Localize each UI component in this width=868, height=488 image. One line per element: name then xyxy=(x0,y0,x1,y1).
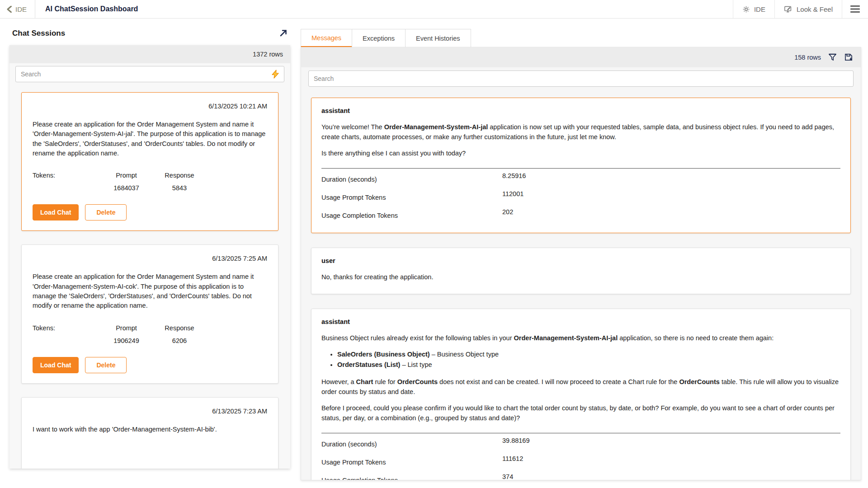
response-tokens-value: 6206 xyxy=(152,337,207,344)
sessions-row-count: 1372 rows xyxy=(9,45,290,63)
load-chat-button[interactable]: Load Chat xyxy=(33,204,79,221)
look-and-feel-icon xyxy=(784,5,793,13)
expand-arrow-icon xyxy=(279,28,288,38)
stats-row: Usage Prompt Tokens 111612 xyxy=(321,451,840,469)
duration-label: Duration (seconds) xyxy=(321,437,502,448)
session-card[interactable]: 6/13/2025 10:21 AM Please create an appl… xyxy=(21,92,278,231)
message-paragraph: Before I proceed, could you please confi… xyxy=(321,403,840,423)
session-text: I want to work with the app 'Order-Manag… xyxy=(33,425,267,434)
message-stats: Duration (seconds) 39.88169 Usage Prompt… xyxy=(321,433,840,480)
usage-prompt-tokens-value: 112001 xyxy=(502,190,840,201)
message-list: assistant You’re welcome! The Order-Mana… xyxy=(301,89,861,480)
sessions-search-input[interactable] xyxy=(15,66,284,82)
menu-button[interactable] xyxy=(842,0,868,18)
duration-label: Duration (seconds) xyxy=(321,172,502,183)
detail-tabs: Messages Exceptions Event Histories xyxy=(301,29,471,47)
prompt-tokens-header: Prompt xyxy=(100,324,152,332)
chat-sessions-panel: 1372 rows 6/13/2025 10:21 AM Please crea… xyxy=(9,45,290,469)
stats-row: Usage Completion Tokens 374 xyxy=(321,469,840,480)
message-stats: Duration (seconds) 8.25916 Usage Prompt … xyxy=(321,168,840,223)
message-card[interactable]: assistant Business Object rules already … xyxy=(311,309,851,480)
tab-exceptions[interactable]: Exceptions xyxy=(352,29,406,47)
message-paragraph: However, a Chart rule for OrderCounts do… xyxy=(321,377,840,397)
usage-completion-tokens-value: 202 xyxy=(502,208,840,219)
messages-search-row xyxy=(301,67,861,89)
save-button[interactable] xyxy=(844,53,854,62)
message-role: user xyxy=(321,257,840,264)
message-bullet: OrderStatuses (List) – List type xyxy=(337,360,840,370)
load-chat-button[interactable]: Load Chat xyxy=(33,357,79,373)
stats-row: Duration (seconds) 39.88169 xyxy=(321,433,840,451)
look-and-feel-button[interactable]: Look & Feel xyxy=(774,0,842,18)
message-paragraph: Business Object rules already exist for … xyxy=(321,333,840,343)
messages-row-count: 158 rows xyxy=(794,54,821,61)
response-tokens-header: Response xyxy=(152,324,207,332)
top-bar: IDE AI ChatSession Dashboard IDE Look & … xyxy=(0,0,868,19)
back-label: IDE xyxy=(15,5,27,13)
session-card[interactable]: 6/13/2025 7:23 AM I want to work with th… xyxy=(21,397,278,469)
response-tokens-value: 5843 xyxy=(152,184,207,192)
message-paragraph: Is there anything else I can assist you … xyxy=(321,148,840,158)
session-text: Please create an application for the Ord… xyxy=(33,272,267,310)
ide-button[interactable]: IDE xyxy=(733,0,774,18)
session-actions: Load Chat Delete xyxy=(33,204,267,221)
delete-button[interactable]: Delete xyxy=(85,357,127,373)
message-role: assistant xyxy=(321,107,840,114)
look-and-feel-label: Look & Feel xyxy=(797,5,833,13)
session-timestamp: 6/13/2025 10:21 AM xyxy=(33,103,267,110)
duration-value: 39.88169 xyxy=(502,437,840,448)
message-bullet-list: SaleOrders (Business Object) – Business … xyxy=(321,349,840,370)
session-text: Please create an application for the Ord… xyxy=(33,120,267,158)
usage-prompt-tokens-value: 111612 xyxy=(502,455,840,466)
tab-event-histories[interactable]: Event Histories xyxy=(405,29,471,47)
top-bar-right: IDE Look & Feel xyxy=(733,0,868,18)
lightning-icon xyxy=(271,70,280,79)
message-card[interactable]: user No, thanks for creating the applica… xyxy=(311,248,851,294)
save-icon xyxy=(844,53,853,61)
gear-icon xyxy=(742,5,750,13)
session-timestamp: 6/13/2025 7:23 AM xyxy=(33,408,267,415)
back-chevron-icon xyxy=(6,6,12,13)
message-role: assistant xyxy=(321,318,840,325)
usage-prompt-tokens-label: Usage Prompt Tokens xyxy=(321,455,502,466)
usage-completion-tokens-label: Usage Completion Tokens xyxy=(321,473,502,480)
stats-row: Usage Completion Tokens 202 xyxy=(321,205,840,223)
top-bar-left: IDE AI ChatSession Dashboard xyxy=(0,0,138,18)
sessions-search-row xyxy=(9,63,290,85)
messages-toolbar: 158 rows xyxy=(301,47,861,67)
delete-button[interactable]: Delete xyxy=(85,204,127,221)
tokens-summary: Tokens: Prompt Response 1684037 5843 xyxy=(33,172,267,192)
session-card[interactable]: 6/13/2025 7:25 AM Please create an appli… xyxy=(21,244,278,383)
usage-completion-tokens-label: Usage Completion Tokens xyxy=(321,208,502,219)
ide-label: IDE xyxy=(754,5,765,13)
usage-completion-tokens-value: 374 xyxy=(502,473,840,480)
ai-search-button[interactable] xyxy=(271,70,280,79)
stats-row: Usage Prompt Tokens 112001 xyxy=(321,187,840,205)
duration-value: 8.25916 xyxy=(502,172,840,183)
page-title: AI ChatSession Dashboard xyxy=(35,5,138,13)
message-paragraph: You’re welcome! The Order-Management-Sys… xyxy=(321,122,840,142)
back-to-ide-button[interactable]: IDE xyxy=(0,0,35,18)
expand-panel-button[interactable] xyxy=(279,28,289,38)
chat-sessions-title: Chat Sessions xyxy=(12,29,65,38)
messages-search-input[interactable] xyxy=(308,70,854,87)
hamburger-icon xyxy=(850,5,860,13)
prompt-tokens-header: Prompt xyxy=(100,172,152,179)
session-actions: Load Chat Delete xyxy=(33,357,267,373)
usage-prompt-tokens-label: Usage Prompt Tokens xyxy=(321,190,502,201)
tokens-label: Tokens: xyxy=(33,324,100,332)
prompt-tokens-value: 1684037 xyxy=(100,184,152,192)
message-bullet: SaleOrders (Business Object) – Business … xyxy=(337,349,840,360)
tab-messages[interactable]: Messages xyxy=(301,29,352,47)
messages-panel: 158 rows assistant You’re welcome! The O… xyxy=(301,47,861,480)
tokens-summary: Tokens: Prompt Response 1906249 6206 xyxy=(33,324,267,344)
prompt-tokens-value: 1906249 xyxy=(100,337,152,344)
stats-row: Duration (seconds) 8.25916 xyxy=(321,169,840,187)
tokens-label: Tokens: xyxy=(33,172,100,179)
message-paragraph: No, thanks for creating the application. xyxy=(321,272,840,282)
session-timestamp: 6/13/2025 7:25 AM xyxy=(33,255,267,262)
filter-icon xyxy=(828,53,837,61)
session-list: 6/13/2025 10:21 AM Please create an appl… xyxy=(9,85,290,469)
message-card[interactable]: assistant You’re welcome! The Order-Mana… xyxy=(311,98,851,233)
filter-button[interactable] xyxy=(828,53,837,62)
